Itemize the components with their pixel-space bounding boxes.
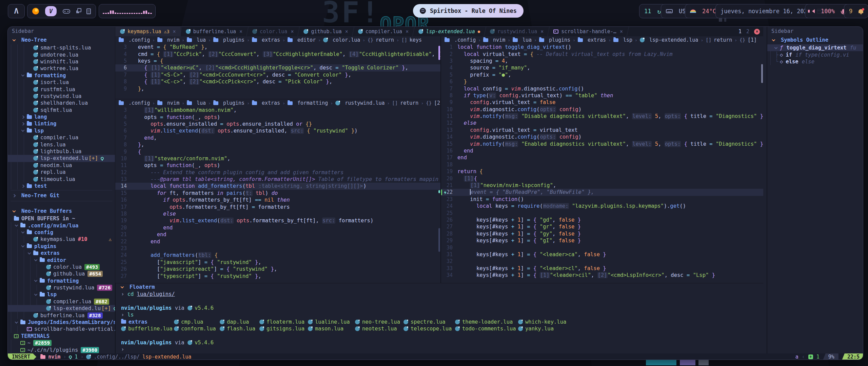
gamepad-workspace-icon[interactable] xyxy=(63,9,70,14)
code-line-6[interactable]: 6 vim.list_extend(dst: opts.ensure_insta… xyxy=(115,127,440,134)
tree-item-isort-lua[interactable]: isort.lua xyxy=(8,79,115,86)
terminal-output[interactable]: › cd lua/plugins/nvim/lua/plugins via v5… xyxy=(115,291,763,353)
code-line-21[interactable]: 21 [1]"neovim/nvim-lspconfig", xyxy=(441,182,763,189)
tab-keymaps.lua[interactable]: keymaps.lua⚠3× xyxy=(115,27,181,36)
tree-item-scrollbar-handle-vertical-p[interactable]: scrollbar-handle-vertical.p xyxy=(8,326,115,332)
code-line-20[interactable]: 20 [1]{ xyxy=(441,175,763,182)
code-line-9[interactable]: 9 { xyxy=(115,148,440,155)
breadcrumb-item[interactable]: lua xyxy=(522,37,532,43)
code-line-32[interactable]: 32 xyxy=(441,258,763,265)
code-line-33[interactable]: 33 keys[#keys + 1] = { "<leader>cl", fal… xyxy=(441,265,763,272)
tree-item-sqlfmt-lua[interactable]: sqlfmt.lua xyxy=(8,107,115,114)
breadcrumb-item[interactable]: [2] xyxy=(434,100,440,106)
breadcrumb-item[interactable]: rustywind.lua xyxy=(345,100,384,106)
launcher-button[interactable]: Λ xyxy=(8,4,25,18)
breadcrumb-item[interactable]: return xyxy=(400,100,418,106)
tree-item-compiler-lua[interactable]: compiler.lua#682 xyxy=(8,298,115,305)
code-line-31[interactable]: 31 keys[#keys + 1] = { "<leader>ca", fal… xyxy=(441,251,763,258)
tree-item-lsp[interactable]: lsp xyxy=(8,291,115,298)
code-line-24[interactable]: 24 add_formatters(tbl: { xyxy=(115,252,440,259)
tree-item-lsp-extended-lu[interactable]: lsp-extended.lu[+] xyxy=(8,305,115,312)
close-icon[interactable]: × xyxy=(291,28,294,35)
tree-item-repl-lua[interactable]: repl.lua xyxy=(8,169,115,176)
breadcrumb-item[interactable]: nvim xyxy=(167,100,179,106)
tree-item-worktree-lua[interactable]: worktree.lua xyxy=(8,65,115,72)
tree-item-timeout-lua[interactable]: timeout.lua xyxy=(8,176,115,182)
code-line-5[interactable]: 5 keys = { xyxy=(115,58,440,64)
tree-item-keymaps-lua[interactable]: keymaps.lua#10⚠ xyxy=(8,236,115,243)
code-line-15[interactable]: 15 for ft, formatters in pairs(t: tbl) d… xyxy=(115,190,440,197)
breadcrumb-item[interactable]: .config xyxy=(129,100,150,106)
notifications-widget[interactable]: 9 xyxy=(844,4,868,18)
tree-item--[interactable]: ~#2859 xyxy=(8,340,115,346)
tree-item-linting[interactable]: linting xyxy=(8,120,115,127)
code-line-10[interactable]: 10 vim.diagnostic.config(opts: config) xyxy=(441,106,763,113)
scrollbar-handle[interactable] xyxy=(438,228,440,252)
close-icon[interactable]: × xyxy=(406,28,409,35)
code-line-4[interactable]: 4 opts = function(_, opts) xyxy=(115,114,440,120)
tree-item--c-n-l-plugins[interactable]: ~/.c/n/l/plugins#3980 xyxy=(8,346,115,353)
code-line-26[interactable]: 26 keys[#keys + 1] = { "gd", false } xyxy=(441,217,763,223)
code-line-2[interactable]: 2 local virtual_text = { -- Default virt… xyxy=(441,50,763,57)
code-line-8[interactable]: 8 }, xyxy=(115,141,440,148)
breadcrumb-item[interactable]: plugins xyxy=(223,37,244,43)
code-line-6[interactable]: 6 { [1]"<leader>uC", [2]"<cmd>CccHighlig… xyxy=(115,64,440,71)
tree-item-github-lua[interactable]: github.lua#654 xyxy=(8,270,115,277)
breadcrumb-item[interactable]: keys xyxy=(410,37,422,43)
breadcrumb-item[interactable]: editor xyxy=(297,37,316,43)
code-line-13[interactable]: 13 ---@param tbl table<string, conform.F… xyxy=(115,176,440,183)
tab-compiler.lua[interactable]: compiler.lua× xyxy=(353,27,413,36)
active-workspace-pill[interactable]: V xyxy=(45,6,57,16)
code-line-3[interactable]: 3 event = { "BufRead" }, xyxy=(115,44,440,50)
tree-item-bufferline-lua[interactable]: bufferline.lua#328 xyxy=(8,312,115,319)
code-line-12[interactable]: 12 else xyxy=(441,120,763,126)
code-line-18[interactable]: 18 else xyxy=(115,210,440,217)
breadcrumb-item[interactable]: extras xyxy=(588,37,606,43)
tree-item--config-nvim-lua[interactable]: .config/nvim/lua xyxy=(8,222,115,229)
tree-item-juegos-indies-steamlibrary-st[interactable]: Juegos/Indies/SteamLibrary/st xyxy=(8,319,115,326)
code-line-19[interactable]: 19 vim.list_extend(dst: opts.formatters_… xyxy=(115,217,440,224)
tree-item-undotree-lua[interactable]: undotree.lua xyxy=(8,51,115,58)
code-line-27[interactable]: 27 keys[#keys + 1] = { "gr", false } xyxy=(441,223,763,230)
code-line-29[interactable]: 29 keys[#keys + 1] = { "gI", false } xyxy=(441,237,763,244)
breadcrumb-item[interactable]: .config xyxy=(129,37,150,43)
outline-item-toggle_diag_virtext[interactable]: ƒtoggle_diag_virtextfu xyxy=(767,44,863,51)
code-line-22[interactable]: 22 event = { "BufReadPre", "BufNewFile" … xyxy=(441,189,763,196)
code-line-25[interactable]: 25 ["javascript"] = { "rustywind" }, xyxy=(115,259,440,266)
tree-item-editor[interactable]: editor xyxy=(8,257,115,263)
breadcrumb-item[interactable]: formatting xyxy=(297,100,328,106)
code-line-23[interactable]: 23 init = function() xyxy=(441,196,763,203)
tab-lsp-extended.lua[interactable]: lsp-extended.lua● xyxy=(414,27,485,36)
breadcrumb-item[interactable]: nvim xyxy=(167,37,179,43)
code-line-23[interactable]: 23 xyxy=(115,245,440,252)
tree-item-compiler-lua[interactable]: compiler.lua xyxy=(8,134,115,141)
windows-workspace-icon[interactable] xyxy=(77,8,81,12)
code-line-26[interactable]: 26 ["javascriptreact"] = { "rustywind" }… xyxy=(115,266,440,272)
neotree-buffers-section-header[interactable]: Neo-Tree Buffers xyxy=(8,207,115,215)
tree-item-formatting[interactable]: formatting xyxy=(8,278,115,284)
code-line-19[interactable]: 19return { xyxy=(441,168,763,175)
code-line-28[interactable]: 28 keys[#keys + 1] = { "gy", false } xyxy=(441,230,763,237)
tree-item-winshift-lua[interactable]: winshift.lua xyxy=(8,58,115,65)
code-line-20[interactable]: 20 end xyxy=(115,224,440,231)
volume-widget[interactable]: 100% xyxy=(805,4,850,18)
close-all-button[interactable]: × xyxy=(754,29,760,35)
tree-item-terminals[interactable]: TERMINALS xyxy=(8,333,115,340)
code-line-4[interactable]: 4 cmd = { [1]"CccPick", [2]"CccConvert",… xyxy=(115,50,440,57)
tree-item-neodim-lua[interactable]: neodim.lua xyxy=(8,162,115,169)
code-line-17[interactable]: 17end xyxy=(441,154,763,161)
breadcrumb-item[interactable]: extras xyxy=(262,100,280,106)
code-line-5[interactable]: 5 prefix = "●", xyxy=(441,72,763,78)
breadcrumb-item[interactable]: lua xyxy=(197,37,206,43)
floaterm-header[interactable]: Floaterm xyxy=(115,283,763,291)
code-line-16[interactable]: 16 end xyxy=(441,147,763,154)
code-line-7[interactable]: 7 { [1]"<S-C>", [2]"<cmd>CccConvert<cr>"… xyxy=(115,72,440,78)
tree-item-lens-lua[interactable]: lens.lua xyxy=(8,141,115,148)
breadcrumb-item[interactable]: return xyxy=(714,37,732,43)
code-line-3[interactable]: 3 spacing = 4, xyxy=(441,58,763,64)
breadcrumb-item[interactable]: [1] xyxy=(748,37,757,43)
tree-item-lsp-extended-lu[interactable]: lsp-extended.lu[+] xyxy=(8,155,115,162)
code-line-34[interactable]: 34 keys[#keys + 1] = { [1]"<leader>cil",… xyxy=(441,272,763,279)
tab-rustywind.lua[interactable]: rustywind.lua× xyxy=(485,27,548,36)
code-line-5[interactable]: 5 opts.ensure_installed = opts.ensure_in… xyxy=(115,121,440,127)
